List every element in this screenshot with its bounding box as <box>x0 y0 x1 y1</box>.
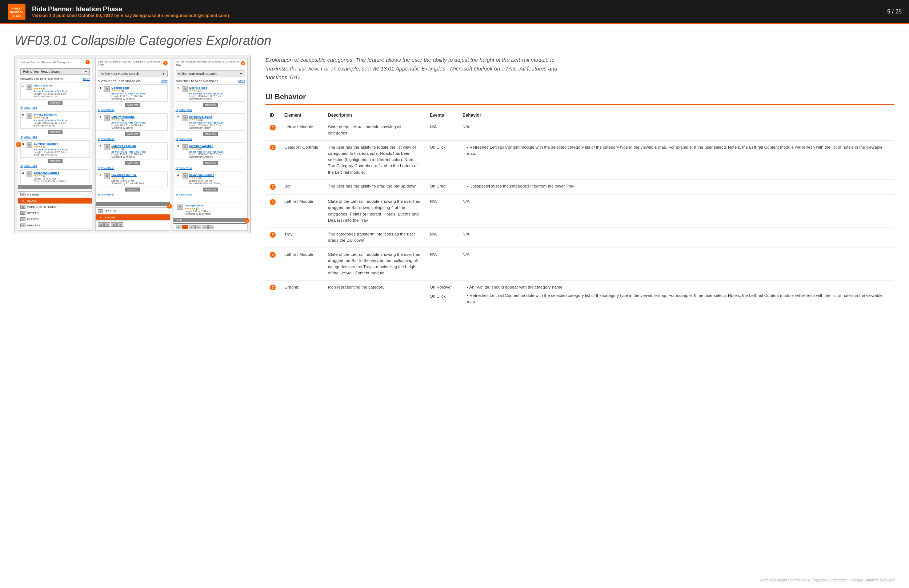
tray-icon-4-p3[interactable]: ✉ <box>195 225 201 229</box>
show-road-2-p2[interactable]: Show Road <box>95 137 170 141</box>
cat-hotels-p1[interactable]: ✉ HOTELS <box>18 210 92 216</box>
ride-item-3-p2: 3 ✉ Summer Vacation ★★★★ (3) Be the Firs… <box>98 142 167 160</box>
tray-icon-4-p2[interactable]: ✉ <box>117 222 123 227</box>
georgia-time-item: ✉ Georgia Time ★★★★★ (5) Length: 234 mi … <box>176 202 245 217</box>
next-link-3[interactable]: NEXT <box>238 80 245 82</box>
desc-5: The categories transform into icons as t… <box>323 228 425 248</box>
ride-item-2-p3: 2 ✉ Smoky Moutains ★★★★ (31) Be the Firs… <box>176 113 245 131</box>
tray-icon-5-p3[interactable]: ✉ <box>202 225 208 229</box>
cat-poi-p1[interactable]: ✉ POINTS OF INTEREST <box>18 204 92 210</box>
cat-dealers-p1[interactable]: ✉ DEALERS <box>18 222 92 229</box>
header-text-block: Ride Planner: Ideation Phase Version 1.0… <box>32 5 887 18</box>
ride-icon-2-p3: ✉ <box>182 115 188 121</box>
svg-text:DAVIDSON: DAVIDSON <box>10 11 23 13</box>
drag-bar-p1[interactable]: ······ <box>18 185 92 189</box>
tray-icon-2-p2[interactable]: ✉ <box>104 222 110 227</box>
table-row: 2 Category Controls The user has the abi… <box>265 140 894 179</box>
more-info-3-p3[interactable]: More Info <box>203 161 218 165</box>
ride-icon-2-p2: ✉ <box>104 115 110 121</box>
tray-p2: ✉ ✉ ✉ ✉ <box>95 221 170 228</box>
behavior-7: An "Alt" tag should appear with the cate… <box>458 280 894 310</box>
wireframes-panels-row: Left-rail Module Showing All Categories … <box>17 58 248 231</box>
cat-my-ride-p1[interactable]: ✉ MY RIDE <box>18 192 92 198</box>
tray-icon-2-p3[interactable]: ✉ <box>182 225 188 229</box>
more-info-1-p1[interactable]: More Info <box>48 101 63 105</box>
page-number: 9 / 25 <box>887 8 902 15</box>
more-info-1-p3[interactable]: More Info <box>203 103 218 107</box>
show-road-2-p1[interactable]: Show Road <box>18 134 92 139</box>
side-badge-p2: 5 <box>167 204 172 208</box>
badge-1: 1 <box>86 60 90 64</box>
tray-icon-3-p3[interactable]: ✉ <box>189 225 194 229</box>
ride-icon-2-p1: ✉ <box>26 113 32 119</box>
col-element: Element <box>280 110 323 120</box>
wf-label-3: Left-rail Module Showing All Category Co… <box>173 58 247 68</box>
svg-text:CYCLES: CYCLES <box>12 15 21 17</box>
more-info-4-p2[interactable]: More Info <box>125 187 140 192</box>
tray-icon-3-p2[interactable]: ✉ <box>111 222 117 227</box>
main-content: Left-rail Module Showing All Categories … <box>0 56 909 310</box>
behavior-5: N/A <box>458 228 894 248</box>
next-link-1[interactable]: NEXT <box>83 78 90 80</box>
more-info-2-p1[interactable]: More Info <box>48 130 63 134</box>
events-2: On Click <box>425 140 458 179</box>
next-link-2[interactable]: NEXT <box>161 80 168 82</box>
show-road-4-p2[interactable]: Show Road <box>95 192 170 197</box>
more-info-3-p1[interactable]: More Info <box>48 159 63 163</box>
wf-results-3: SHOWING 1 TO 10 OF 3466 ROADS NEXT <box>173 79 247 83</box>
cat-icon-roads-p2: ✉ <box>98 215 103 219</box>
table-row: 6 Left-rail Module State of the Left-rai… <box>265 247 894 280</box>
tray-icon-1-p2[interactable]: ✉ <box>98 222 104 227</box>
more-info-2-p3[interactable]: More Info <box>203 132 218 136</box>
tray-icon-1-p3[interactable]: ✉ <box>176 225 181 229</box>
ride-icon-3-p3: ✉ <box>182 144 188 150</box>
badge-2: 4 <box>163 61 168 65</box>
element-5: Tray <box>280 228 323 248</box>
more-info-1-p2[interactable]: More Info <box>125 103 140 107</box>
ride-item-1-p2: 1 ✉ Georgia Ride ★★★★ (3) Be the First t… <box>98 84 167 102</box>
cat-events-p1[interactable]: ✉ EVENTS <box>18 216 92 222</box>
desc-1: State of the Left-rail module showing al… <box>323 120 425 141</box>
ride-item-2-p2: 2 ✉ Smoky Moutains ★★★★ (31) Be the Firs… <box>98 113 167 131</box>
side-badge-p1: 2 <box>16 142 21 147</box>
wf-search-2: Refine Your Roads Search ▼ <box>98 71 167 77</box>
row-badge-4: 4 <box>270 199 276 205</box>
ride-item-4-p1: 4 ✉ Savannah Sunrise ★★★★ (3) Length: 34… <box>20 170 90 184</box>
cat-my-ride-p2[interactable]: ✉ MY RIDE <box>95 208 170 215</box>
show-road-1-p3[interactable]: Show Road <box>173 108 247 112</box>
show-road-3-p2[interactable]: Show Road <box>95 166 170 170</box>
show-road-3-p1[interactable]: Show Road <box>18 163 92 168</box>
desc-6: State of the Left-rail module showing th… <box>323 247 425 280</box>
more-info-2-p2[interactable]: More Info <box>125 132 140 136</box>
table-row: 4 Left-rail Module State of the Left-rai… <box>265 195 894 228</box>
cat-icon-hotels-p1: ✉ <box>20 211 26 215</box>
ride-item-4-p2: 4 ✉ Savannah Sunrise ★★★★ (3) Length: 34… <box>98 171 167 186</box>
more-info-4-p3[interactable]: More Info <box>203 187 218 192</box>
events-5: N/A <box>425 228 458 248</box>
behavior-2: Refreshes Left-rail Content module with … <box>458 140 894 179</box>
row-badge-2: 2 <box>270 145 276 150</box>
ride-icon-1-p2: ✉ <box>104 86 110 92</box>
wf-label-2: Left-rail Module Showing 4 Category Cont… <box>95 58 170 68</box>
page-title: WF03.01 Collapsible Categories Explorati… <box>0 24 909 56</box>
behavior-3: Collapses/Raises the categories into/fro… <box>458 179 894 194</box>
right-panel: Exploration of collapsible categories. T… <box>265 56 894 310</box>
events-1: N/A <box>425 120 458 141</box>
drag-bar-p2[interactable]: ······ <box>95 202 170 206</box>
show-road-1-p2[interactable]: Show Road <box>95 108 170 112</box>
cat-roads-p1[interactable]: ✉ ROADS <box>18 198 92 204</box>
show-road-2-p3[interactable]: Show Road <box>173 137 247 141</box>
cat-icon-my-ride-p1: ✉ <box>20 192 26 196</box>
header-subtitle: Version 1.0 published October 09, 2012 b… <box>32 13 887 18</box>
cat-roads-p2[interactable]: ✉ ROADS <box>95 215 170 221</box>
cat-icon-roads-p1: ✉ <box>20 199 26 202</box>
show-road-4-p3[interactable]: Show Road <box>173 192 247 197</box>
desc-3: The user has the ability to drag the bar… <box>323 179 425 194</box>
show-road-1-p1[interactable]: Show Road <box>18 105 92 110</box>
drag-bar-p3[interactable]: Roads··· <box>173 218 247 222</box>
tray-icon-6-p3[interactable]: ✉ <box>208 225 214 229</box>
more-info-3-p2[interactable]: More Info <box>125 161 140 165</box>
row-badge-1: 1 <box>270 124 276 131</box>
table-row: 5 Tray The categories transform into ico… <box>265 228 894 248</box>
show-road-3-p3[interactable]: Show Road <box>173 166 247 170</box>
